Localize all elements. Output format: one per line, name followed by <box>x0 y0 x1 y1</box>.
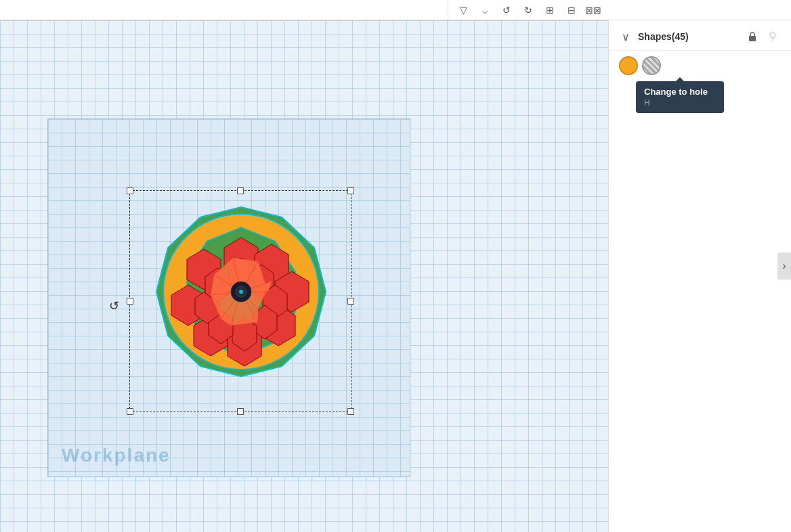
bulb-icon[interactable] <box>765 28 781 45</box>
top-right-tools: ▽ ⌵ ↺ ↻ ⊞ ⊟ ⊠⊠ <box>448 0 608 20</box>
toolbar-icon-mirror[interactable]: ⊟ <box>562 1 581 20</box>
tooltip-key: H <box>644 98 716 108</box>
handle-top-left[interactable] <box>127 187 133 194</box>
toolbar-icon-grid[interactable]: ⊞ <box>540 1 559 20</box>
svg-rect-32 <box>749 36 756 41</box>
toolbar-icon-redo[interactable]: ↻ <box>519 1 538 20</box>
workplane-label: Workplane <box>62 445 171 466</box>
collapse-panel-button[interactable]: › <box>777 252 791 280</box>
handle-bot-right[interactable] <box>347 408 354 415</box>
color-hole[interactable] <box>642 56 661 75</box>
rotation-handle[interactable]: ↺ <box>109 298 123 315</box>
main-area: ↺ <box>0 20 791 532</box>
panel-header: ∨ Shapes(45) <box>609 20 791 51</box>
panel-title: Shapes(45) <box>638 31 739 42</box>
handle-bot-mid[interactable] <box>237 408 244 415</box>
toolbar-icon-undo[interactable]: ↺ <box>497 1 516 20</box>
handle-bot-left[interactable] <box>127 408 133 415</box>
selection-box <box>129 190 351 412</box>
tooltip-title: Change to hole <box>644 87 716 97</box>
toolbar-icon-group[interactable]: ⊠⊠ <box>584 1 603 20</box>
svg-point-33 <box>770 32 775 38</box>
toolbar-icon-dropdown[interactable]: ⌵ <box>475 1 494 20</box>
handle-mid-right[interactable] <box>347 298 354 305</box>
handle-mid-left[interactable] <box>127 298 133 305</box>
canvas-area[interactable]: ↺ <box>0 20 608 532</box>
panel-expand-button[interactable]: ∨ <box>619 30 633 43</box>
toolbar-icon-1[interactable]: ▽ <box>454 1 473 20</box>
workplane-container: ↺ <box>47 118 410 477</box>
handle-top-right[interactable] <box>347 187 354 194</box>
tooltip-change-to-hole: Change to hole H <box>636 81 724 113</box>
lock-icon[interactable] <box>744 28 761 45</box>
color-orange[interactable] <box>619 56 638 75</box>
handle-top-mid[interactable] <box>237 187 244 194</box>
shape-colors <box>609 51 791 81</box>
panel-icons <box>744 28 781 45</box>
right-panel: ∨ Shapes(45) <box>608 20 791 532</box>
top-toolbar: ▽ ⌵ ↺ ↻ ⊞ ⊟ ⊠⊠ <box>0 0 791 20</box>
